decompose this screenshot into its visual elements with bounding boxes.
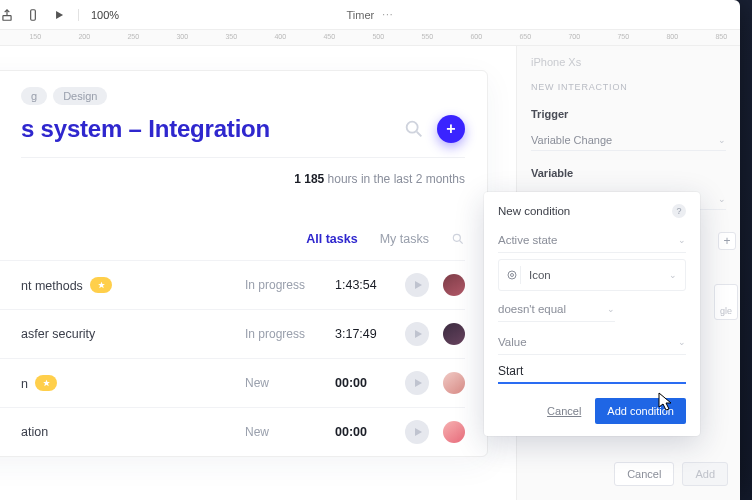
tag-chip[interactable]: Design — [53, 87, 107, 105]
inspector-add-button[interactable]: Add — [682, 462, 728, 486]
ruler-mark: 350 — [225, 33, 237, 40]
svg-point-5 — [510, 274, 513, 277]
avatar[interactable] — [443, 421, 465, 443]
ruler-mark: 550 — [421, 33, 433, 40]
hours-summary: 1 185 hours in the last 2 months — [21, 157, 465, 204]
chevron-down-icon: ⌄ — [678, 235, 686, 245]
tab-my-tasks[interactable]: My tasks — [380, 232, 429, 246]
state-select[interactable]: Active state⌄ — [498, 228, 686, 253]
new-condition-popover: New condition ? Active state⌄ Icon ⌄ doe… — [484, 192, 700, 436]
project-card: gDesign s system – Integration + 1 185 h… — [0, 70, 488, 457]
ruler-mark: 150 — [29, 33, 41, 40]
play-button[interactable] — [405, 273, 429, 297]
svg-rect-0 — [3, 15, 11, 20]
task-name: n — [21, 375, 231, 391]
ruler-mark: 450 — [323, 33, 335, 40]
star-icon — [90, 277, 112, 293]
ruler-mark: 800 — [666, 33, 678, 40]
ruler-mark: 200 — [78, 33, 90, 40]
ruler-mark: 850 — [715, 33, 727, 40]
chevron-down-icon: ⌄ — [669, 270, 677, 280]
task-status: New — [245, 425, 321, 439]
task-time: 00:00 — [335, 376, 391, 390]
task-time: 1:43:54 — [335, 278, 391, 292]
svg-point-3 — [453, 234, 460, 241]
task-status: In progress — [245, 278, 321, 292]
value-input[interactable] — [498, 359, 686, 384]
canvas-area: gDesign s system – Integration + 1 185 h… — [0, 46, 516, 500]
task-time: 3:17:49 — [335, 327, 391, 341]
svg-point-2 — [407, 122, 418, 133]
ruler-mark: 400 — [274, 33, 286, 40]
share-icon[interactable] — [0, 8, 14, 22]
task-status: New — [245, 376, 321, 390]
task-name: nt methods — [21, 277, 231, 293]
play-preview-icon[interactable] — [52, 8, 66, 22]
variable-label: Variable — [531, 167, 726, 179]
target-select[interactable]: Icon ⌄ — [498, 259, 686, 291]
operator-select[interactable]: doesn't equal⌄ — [498, 297, 615, 322]
device-icon[interactable] — [26, 8, 40, 22]
task-row[interactable]: asfer securityIn progress3:17:49 — [0, 309, 465, 358]
component-tile[interactable]: gle — [714, 284, 738, 320]
svg-point-4 — [508, 271, 516, 279]
device-label: iPhone Xs — [531, 56, 726, 68]
play-button[interactable] — [405, 322, 429, 346]
target-icon — [503, 266, 521, 284]
doc-more-icon[interactable]: ··· — [382, 9, 393, 20]
avatar[interactable] — [443, 323, 465, 345]
chevron-down-icon: ⌄ — [607, 304, 615, 314]
star-icon — [35, 375, 57, 391]
ruler-mark: 500 — [372, 33, 384, 40]
task-row[interactable]: ationNew00:00 — [0, 407, 465, 456]
help-icon[interactable]: ? — [672, 204, 686, 218]
task-time: 00:00 — [335, 425, 391, 439]
popover-cancel-button[interactable]: Cancel — [547, 405, 581, 417]
add-condition-button[interactable]: Add condition — [595, 398, 686, 424]
trigger-label: Trigger — [531, 108, 726, 120]
ruler-mark: 750 — [617, 33, 629, 40]
task-name: ation — [21, 425, 231, 439]
avatar[interactable] — [443, 274, 465, 296]
task-row[interactable]: n New00:00 — [0, 358, 465, 407]
ruler: 1502002503003504004505005506006507007508… — [0, 30, 740, 46]
add-condition-tile[interactable]: + — [718, 232, 736, 250]
tag-chip[interactable]: g — [21, 87, 47, 105]
ruler-mark: 300 — [176, 33, 188, 40]
play-button[interactable] — [405, 371, 429, 395]
svg-rect-1 — [31, 9, 36, 20]
play-button[interactable] — [405, 420, 429, 444]
task-name: asfer security — [21, 327, 231, 341]
ruler-mark: 250 — [127, 33, 139, 40]
section-heading: NEW INTERACTION — [531, 82, 726, 92]
add-task-button[interactable]: + — [437, 115, 465, 143]
chevron-down-icon: ⌄ — [718, 135, 726, 145]
chevron-down-icon: ⌄ — [678, 337, 686, 347]
task-status: In progress — [245, 327, 321, 341]
ruler-mark: 650 — [519, 33, 531, 40]
trigger-select[interactable]: Variable Change⌄ — [531, 130, 726, 151]
tab-all-tasks[interactable]: All tasks — [306, 232, 357, 246]
ruler-mark: 700 — [568, 33, 580, 40]
zoom-level[interactable]: 100% — [78, 9, 119, 21]
task-row[interactable]: nt methods In progress1:43:54 — [0, 260, 465, 309]
avatar[interactable] — [443, 372, 465, 394]
ruler-mark: 600 — [470, 33, 482, 40]
popover-title: New condition — [498, 205, 570, 217]
project-title: s system – Integration — [21, 115, 270, 143]
inspector-cancel-button[interactable]: Cancel — [614, 462, 674, 486]
doc-title: Timer — [346, 9, 374, 21]
chevron-down-icon: ⌄ — [718, 194, 726, 204]
value-type-select[interactable]: Value⌄ — [498, 330, 686, 355]
filter-search-icon[interactable] — [451, 232, 465, 246]
titlebar: Timer ··· 100% — [0, 0, 740, 30]
search-icon[interactable] — [403, 118, 425, 140]
